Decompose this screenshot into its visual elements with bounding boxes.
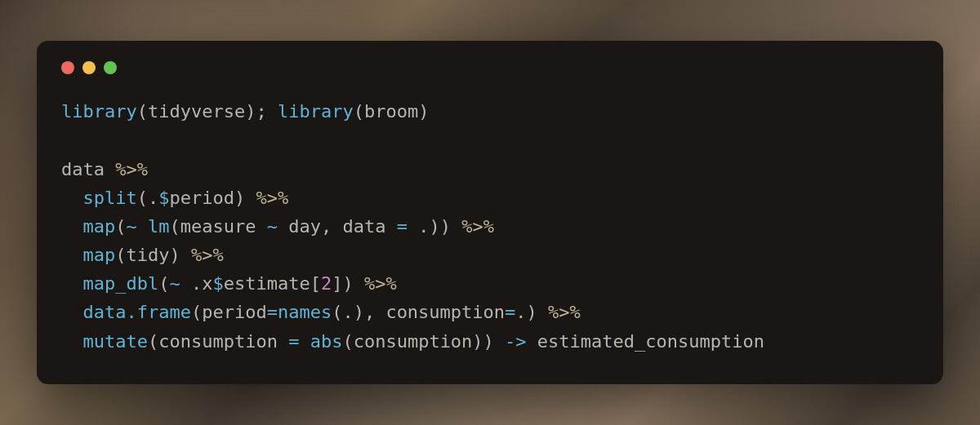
code-token: map [83, 245, 116, 265]
code-token: = [267, 302, 278, 322]
code-line: map(~ lm(measure ~ day, data = .)) %>% [61, 212, 919, 241]
code-token: (consumption)) [342, 331, 505, 352]
close-icon[interactable] [61, 61, 74, 74]
code-token: (tidy) [115, 245, 191, 265]
code-token: ~ [127, 216, 137, 237]
code-line [61, 126, 919, 154]
code-token: library [278, 101, 354, 122]
code-line: data %>% [61, 155, 919, 184]
code-token: %>% [115, 159, 148, 179]
code-token: $ [158, 188, 169, 208]
code-token: day, data [278, 216, 397, 237]
window-controls [61, 61, 919, 74]
code-token: mutate [83, 331, 148, 352]
code-token: abs [310, 331, 343, 352]
code-token [61, 302, 83, 322]
code-token: $ [212, 273, 223, 294]
code-token [61, 273, 83, 294]
code-token: = [505, 302, 515, 322]
code-token: = [288, 331, 299, 352]
code-token [299, 331, 310, 352]
code-token: (consumption [148, 331, 288, 352]
code-token: estimated_consumption [527, 331, 764, 352]
code-token: (period [191, 302, 267, 322]
code-token: tidyverse [148, 101, 245, 122]
code-token: data [61, 159, 115, 179]
code-token: .)) [408, 216, 461, 237]
code-line: map(tidy) %>% [61, 241, 919, 269]
code-token: %>% [256, 188, 288, 208]
code-token: ( [137, 188, 148, 208]
code-token: ]) [332, 273, 364, 294]
code-window: library(tidyverse); library(broom) data … [37, 41, 943, 384]
code-token: ); [245, 101, 278, 122]
code-token: ( [115, 216, 126, 237]
code-token: library [61, 101, 137, 122]
code-token: = [397, 216, 408, 237]
code-token: (measure [170, 216, 267, 237]
code-token: ) [234, 188, 256, 208]
code-token: ~ [169, 273, 180, 294]
code-line: library(tidyverse); library(broom) [61, 97, 919, 126]
code-token: estimate[ [224, 273, 321, 294]
code-token: map_dbl [83, 273, 159, 294]
code-token: 2 [321, 273, 332, 294]
minimize-icon[interactable] [82, 61, 96, 74]
code-token: ) [418, 101, 429, 122]
code-token: lm [148, 216, 170, 237]
code-token: %>% [548, 302, 581, 322]
maximize-icon[interactable] [104, 61, 117, 74]
code-token [61, 245, 83, 265]
code-token: ~ [267, 216, 278, 237]
code-token: ( [137, 101, 148, 122]
code-token [137, 216, 148, 237]
code-token: names [278, 302, 332, 322]
code-token: ( [354, 101, 364, 122]
code-block: library(tidyverse); library(broom) data … [61, 97, 919, 356]
code-token: %>% [191, 245, 224, 265]
code-line: map_dbl(~ .x$estimate[2]) %>% [61, 269, 919, 298]
code-line: split(.$period) %>% [61, 184, 919, 212]
code-token: -> [505, 331, 527, 352]
code-token: map [83, 216, 116, 237]
code-token: .) [515, 302, 548, 322]
code-token: %>% [364, 273, 397, 294]
code-token: ( [158, 273, 169, 294]
code-token [61, 188, 83, 208]
code-token: split [83, 188, 137, 208]
code-token: %>% [461, 216, 494, 237]
code-line: data.frame(period=names(.), consumption=… [61, 298, 919, 326]
code-token: data.frame [83, 302, 191, 322]
code-token [61, 331, 83, 352]
code-token: .x [180, 273, 213, 294]
code-token: . [148, 188, 158, 208]
code-token: period [169, 188, 234, 208]
code-token [61, 216, 83, 237]
code-line: mutate(consumption = abs(consumption)) -… [61, 327, 919, 356]
code-token: (.), consumption [332, 302, 505, 322]
code-token: broom [364, 101, 418, 122]
